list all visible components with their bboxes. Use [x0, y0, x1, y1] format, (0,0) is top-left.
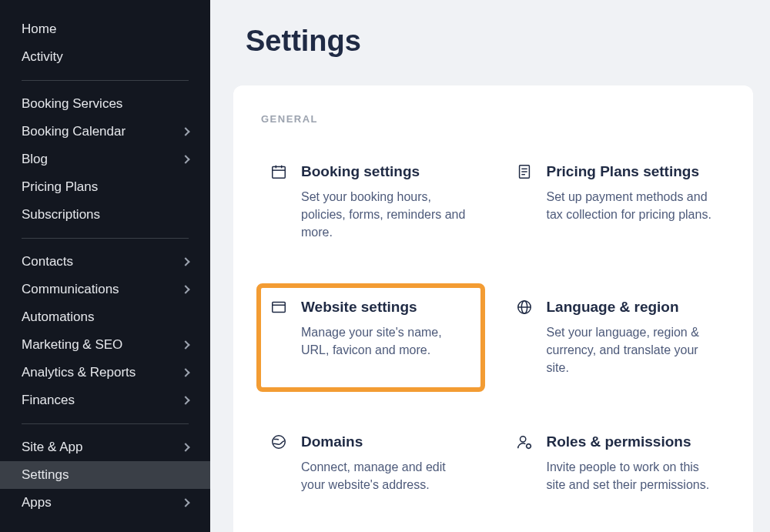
- sidebar-item-communications[interactable]: Communications: [0, 276, 210, 303]
- sidebar-item-finances[interactable]: Finances: [0, 386, 210, 414]
- sidebar-item-label: Blog: [22, 152, 48, 167]
- card-desc: Manage your site's name, URL, favicon an…: [301, 323, 471, 359]
- settings-panel: GENERAL Booking settings Set your bookin…: [233, 85, 753, 532]
- sidebar-item-label: Site & App: [22, 440, 82, 455]
- sidebar-item-apps[interactable]: Apps: [0, 489, 210, 517]
- sidebar-item-label: Marketing & SEO: [22, 337, 122, 353]
- card-desc: Invite people to work on this site and s…: [547, 458, 717, 494]
- card-pricing-plans-settings[interactable]: Pricing Plans settings Set up payment me…: [507, 152, 726, 253]
- card-language-region[interactable]: Language & region Set your language, reg…: [507, 288, 726, 388]
- globe-icon: [516, 299, 533, 316]
- sidebar-item-blog[interactable]: Blog: [0, 146, 210, 173]
- chevron-right-icon: [181, 368, 189, 376]
- sidebar-item-booking-services[interactable]: Booking Services: [0, 90, 210, 118]
- user-gear-icon: [516, 433, 533, 450]
- card-domains[interactable]: Domains Connect, manage and edit your we…: [261, 423, 480, 504]
- sidebar-item-label: Booking Calendar: [22, 124, 126, 139]
- svg-rect-8: [273, 302, 286, 312]
- sidebar-divider: [22, 423, 189, 424]
- chevron-right-icon: [181, 285, 189, 293]
- card-desc: Set your language, region & currency, an…: [547, 323, 717, 377]
- sidebar-item-label: Apps: [22, 495, 52, 510]
- chevron-right-icon: [181, 498, 189, 507]
- sidebar-item-automations[interactable]: Automations: [0, 303, 210, 331]
- svg-point-14: [520, 437, 525, 442]
- calendar-icon: [270, 163, 287, 180]
- chevron-right-icon: [181, 340, 189, 349]
- sidebar-item-label: Subscriptions: [22, 207, 100, 223]
- card-text: Booking settings Set your booking hours,…: [301, 163, 471, 242]
- svg-point-15: [526, 444, 531, 449]
- card-roles-permissions[interactable]: Roles & permissions Invite people to wor…: [507, 423, 726, 504]
- sidebar-item-site-app[interactable]: Site & App: [0, 433, 210, 461]
- sidebar-item-label: Booking Services: [22, 96, 122, 112]
- sidebar-item-label: Contacts: [22, 254, 73, 269]
- document-icon: [516, 163, 533, 180]
- sidebar-item-subscriptions[interactable]: Subscriptions: [0, 201, 210, 229]
- window-icon: [270, 299, 287, 316]
- card-text: Language & region Set your language, reg…: [547, 299, 717, 377]
- svg-rect-0: [273, 167, 286, 179]
- chevron-right-icon: [181, 443, 189, 451]
- sidebar-item-label: Automations: [22, 309, 95, 325]
- sidebar-item-activity[interactable]: Activity: [0, 43, 210, 71]
- card-title: Pricing Plans settings: [547, 163, 717, 180]
- card-text: Pricing Plans settings Set up payment me…: [547, 163, 717, 242]
- share-globe-icon: [270, 433, 287, 450]
- card-title: Website settings: [301, 299, 471, 316]
- sidebar: Home Activity Booking Services Booking C…: [0, 0, 210, 532]
- card-title: Roles & permissions: [547, 433, 717, 450]
- sidebar-item-pricing-plans[interactable]: Pricing Plans: [0, 173, 210, 201]
- sidebar-divider: [22, 238, 189, 239]
- sidebar-item-label: Finances: [22, 393, 75, 408]
- card-title: Domains: [301, 433, 471, 450]
- sidebar-item-label: Communications: [22, 282, 119, 297]
- sidebar-item-analytics-reports[interactable]: Analytics & Reports: [0, 359, 210, 386]
- card-desc: Set up payment methods and tax collectio…: [547, 188, 717, 223]
- sidebar-item-settings[interactable]: Settings: [0, 461, 210, 489]
- sidebar-item-label: Analytics & Reports: [22, 365, 136, 380]
- card-title: Booking settings: [301, 163, 471, 180]
- sidebar-item-marketing-seo[interactable]: Marketing & SEO: [0, 331, 210, 359]
- chevron-right-icon: [181, 396, 189, 404]
- card-text: Roles & permissions Invite people to wor…: [547, 433, 717, 494]
- card-text: Domains Connect, manage and edit your we…: [301, 433, 471, 494]
- page-title: Settings: [246, 25, 770, 58]
- chevron-right-icon: [181, 257, 189, 266]
- card-text: Website settings Manage your site's name…: [301, 299, 471, 377]
- settings-cards: Booking settings Set your booking hours,…: [261, 152, 725, 505]
- sidebar-item-booking-calendar[interactable]: Booking Calendar: [0, 118, 210, 146]
- sidebar-item-label: Activity: [22, 49, 63, 65]
- section-title: GENERAL: [261, 113, 725, 125]
- chevron-right-icon: [181, 155, 189, 163]
- sidebar-item-label: Home: [22, 22, 56, 37]
- sidebar-item-contacts[interactable]: Contacts: [0, 248, 210, 276]
- card-website-settings[interactable]: Website settings Manage your site's name…: [261, 288, 480, 388]
- chevron-right-icon: [181, 127, 189, 136]
- sidebar-item-home[interactable]: Home: [0, 15, 210, 43]
- card-desc: Connect, manage and edit your website's …: [301, 458, 471, 494]
- card-desc: Set your booking hours, policies, forms,…: [301, 188, 471, 242]
- sidebar-item-label: Settings: [22, 467, 69, 483]
- main-content: Settings GENERAL Booking settings Set yo…: [210, 0, 770, 532]
- card-title: Language & region: [547, 299, 717, 316]
- card-booking-settings[interactable]: Booking settings Set your booking hours,…: [261, 152, 480, 253]
- sidebar-item-label: Pricing Plans: [22, 179, 98, 195]
- sidebar-divider: [22, 80, 189, 81]
